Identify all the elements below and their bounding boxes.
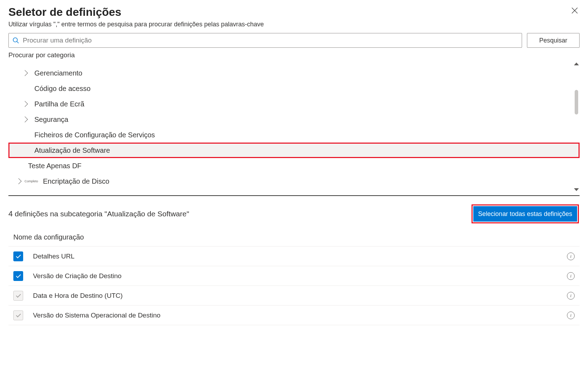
info-icon[interactable]: i — [567, 272, 575, 280]
setting-name: Data e Hora de Destino (UTC) — [33, 292, 567, 300]
setting-checkbox[interactable] — [13, 291, 23, 301]
scroll-thumb[interactable] — [575, 90, 578, 114]
info-icon[interactable]: i — [567, 312, 575, 319]
tree-item-label: Segurança — [30, 116, 68, 124]
info-icon[interactable]: i — [567, 253, 575, 260]
svg-line-1 — [17, 41, 19, 43]
setting-row[interactable]: Versão do Sistema Operacional de Destino… — [8, 306, 580, 325]
setting-checkbox[interactable] — [13, 310, 23, 320]
tree-item-label: Código de acesso — [30, 85, 91, 93]
chevron-right-icon — [16, 178, 22, 184]
tree-item[interactable]: Código de acesso — [8, 81, 580, 96]
checkmark-icon — [16, 293, 21, 297]
info-icon[interactable]: i — [567, 292, 575, 300]
checkmark-icon — [16, 253, 21, 258]
browse-label: Procurar por categoria — [8, 51, 580, 59]
scrollbar[interactable] — [573, 62, 580, 192]
tree-item[interactable]: Teste Apenas DF — [8, 158, 580, 173]
close-button[interactable] — [570, 6, 580, 17]
category-tree: GerenciamentoCódigo de acessoPartilha de… — [8, 62, 580, 192]
config-name-header: Nome da configuração — [8, 233, 580, 247]
setting-name: Versão do Sistema Operacional de Destino — [33, 312, 567, 319]
section-divider — [8, 195, 580, 196]
setting-name: Detalhes URL — [33, 253, 567, 260]
tree-item[interactable]: Ficheiros de Configuração de Serviços — [8, 127, 580, 143]
search-button[interactable]: Pesquisar — [527, 33, 580, 48]
search-box[interactable] — [8, 33, 522, 48]
setting-name: Versão de Criação de Destino — [33, 272, 567, 280]
tree-item[interactable]: CompletoEncriptação de Disco — [8, 173, 580, 189]
setting-checkbox[interactable] — [13, 271, 23, 281]
tree-item-label: Encriptação de Disco — [39, 177, 109, 185]
checkmark-icon — [16, 273, 21, 278]
tree-item-label: Gerenciamento — [30, 69, 82, 77]
tree-item-label: Atualização de Software — [30, 146, 110, 155]
tree-item-label: Partilha de Ecrã — [30, 100, 84, 108]
results-count: 4 definições na subcategoria "Atualizaçã… — [8, 209, 189, 218]
setting-row[interactable]: Data e Hora de Destino (UTC)i — [8, 286, 580, 306]
scroll-down-icon[interactable] — [574, 188, 579, 191]
tree-item[interactable]: Atualização de Software — [8, 143, 580, 158]
search-input[interactable] — [23, 37, 518, 44]
chevron-right-icon — [22, 101, 28, 107]
tree-item-label: Ficheiros de Configuração de Serviços — [30, 131, 155, 139]
tree-item-label: Teste Apenas DF — [24, 162, 81, 170]
close-icon — [571, 7, 578, 14]
setting-checkbox[interactable] — [13, 251, 23, 261]
search-icon — [12, 37, 19, 44]
chevron-right-icon — [22, 70, 28, 76]
scroll-up-icon[interactable] — [574, 63, 579, 65]
tree-item[interactable]: Gerenciamento — [8, 65, 580, 81]
setting-row[interactable]: Detalhes URLi — [8, 247, 580, 266]
panel-title: Seletor de definições — [8, 6, 121, 19]
tree-item[interactable]: Partilha de Ecrã — [8, 96, 580, 112]
scroll-track[interactable] — [573, 65, 580, 188]
setting-row[interactable]: Versão de Criação de Destinoi — [8, 266, 580, 286]
select-all-button[interactable]: Selecionar todas estas definições — [473, 206, 577, 222]
chevron-right-icon — [22, 117, 28, 123]
tree-tag: Completo — [25, 179, 38, 183]
tree-item[interactable]: Segurança — [8, 112, 580, 127]
panel-subtitle: Utilizar vírgulas "," entre termos de pe… — [8, 21, 580, 28]
svg-point-0 — [13, 38, 18, 42]
checkmark-icon — [16, 312, 21, 317]
